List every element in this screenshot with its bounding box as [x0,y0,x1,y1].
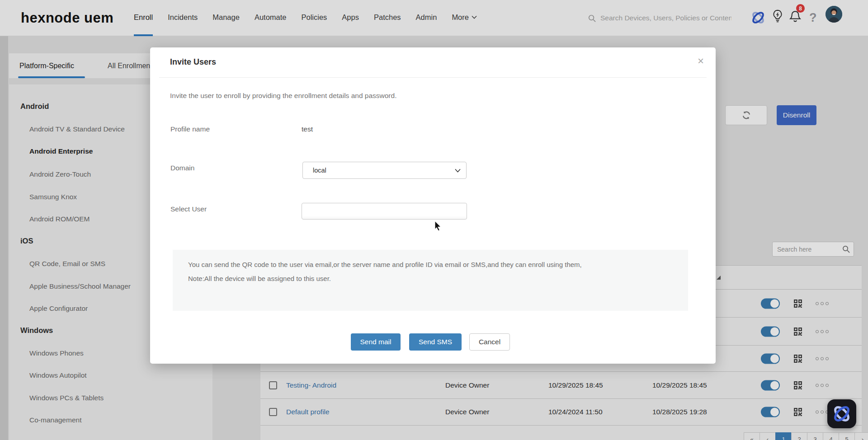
domain-label: Domain [170,164,194,172]
send-mail-button[interactable]: Send mail [351,333,401,351]
info-text: You can send the QR code to the user via… [188,257,604,271]
invite-users-modal: Invite Users × Invite the user to enroll… [150,47,716,364]
chevron-down-icon [455,169,461,173]
profile-name-label: Profile name [170,125,210,133]
modal-description: Invite the user to enroll by providing t… [170,92,396,100]
hexnode-atom-icon [831,403,852,424]
cancel-button[interactable]: Cancel [469,333,510,351]
modal-header: Invite Users × [150,47,716,78]
info-box: You can send the QR code to the user via… [173,250,688,311]
select-user-label: Select User [170,205,207,213]
select-user-input[interactable] [302,203,467,220]
hexnode-chat-widget[interactable] [827,399,856,428]
domain-selected-value: local [313,167,326,174]
send-sms-button[interactable]: Send SMS [409,333,462,351]
close-icon[interactable]: × [698,56,704,66]
domain-select[interactable]: local [302,162,467,179]
info-note: Note:All the device will be assigned to … [188,271,688,286]
modal-title: Invite Users [170,57,216,67]
profile-name-value: test [302,125,313,133]
